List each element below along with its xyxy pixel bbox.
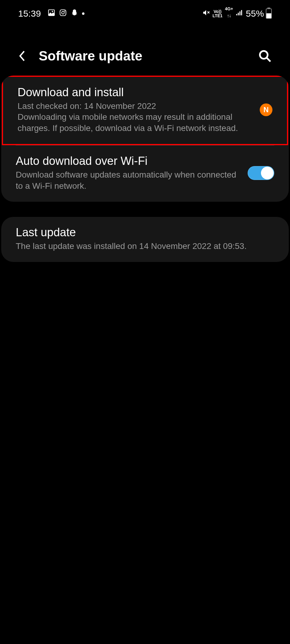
search-button[interactable] — [257, 48, 272, 64]
instagram-icon — [59, 9, 67, 19]
search-icon — [258, 49, 272, 63]
snapchat-icon — [71, 9, 78, 19]
mute-icon — [202, 9, 210, 19]
auto-download-wifi-item[interactable]: Auto download over Wi-Fi Download softwa… — [1, 145, 289, 202]
item-subtitle: Last checked on: 14 November 2022 Downlo… — [18, 101, 254, 134]
svg-rect-2 — [60, 10, 66, 16]
settings-card-updates: Download and install Last checked on: 14… — [1, 76, 289, 202]
svg-rect-8 — [238, 13, 239, 15]
auto-download-toggle[interactable] — [248, 166, 274, 180]
status-time: 15:39 — [18, 8, 41, 19]
data-arrows-icon — [226, 11, 232, 21]
battery-icon — [266, 8, 272, 19]
last-update-item[interactable]: Last update The last update was installe… — [1, 217, 289, 262]
status-left: 15:39 — [18, 8, 84, 19]
item-subtitle: The last update was installed on 14 Nove… — [16, 241, 274, 252]
item-subtitle: Download software updates automatically … — [16, 169, 242, 191]
gallery-icon — [48, 9, 55, 19]
notification-badge: N — [260, 103, 272, 116]
page-title: Software update — [39, 48, 248, 64]
annotation-highlight: Download and install Last checked on: 14… — [2, 76, 288, 145]
svg-point-3 — [62, 11, 64, 14]
toggle-knob — [261, 167, 274, 179]
svg-point-4 — [64, 10, 65, 11]
svg-point-1 — [52, 11, 53, 12]
status-bar: 15:39 Vo)) LTE1 4G+ 55% — [0, 0, 290, 21]
svg-line-12 — [267, 58, 271, 62]
item-title: Last update — [16, 226, 274, 239]
chevron-left-icon — [17, 50, 27, 62]
status-right: Vo)) LTE1 4G+ 55% — [202, 7, 272, 21]
settings-card-last-update: Last update The last update was installe… — [1, 217, 289, 262]
svg-rect-10 — [241, 10, 242, 15]
item-title: Auto download over Wi-Fi — [16, 155, 242, 168]
download-and-install-item[interactable]: Download and install Last checked on: 14… — [3, 77, 287, 144]
back-button[interactable] — [15, 48, 30, 64]
more-notifications-dot — [82, 12, 84, 15]
volte-indicator: Vo)) LTE1 — [213, 9, 222, 18]
svg-rect-9 — [239, 11, 240, 15]
battery-indicator: 55% — [246, 8, 272, 19]
item-title: Download and install — [18, 86, 254, 99]
signal-icon — [236, 9, 243, 19]
page-header: Software update — [0, 36, 290, 73]
network-type-indicator: 4G+ — [225, 7, 233, 21]
svg-point-11 — [260, 51, 268, 59]
svg-rect-7 — [236, 14, 237, 15]
